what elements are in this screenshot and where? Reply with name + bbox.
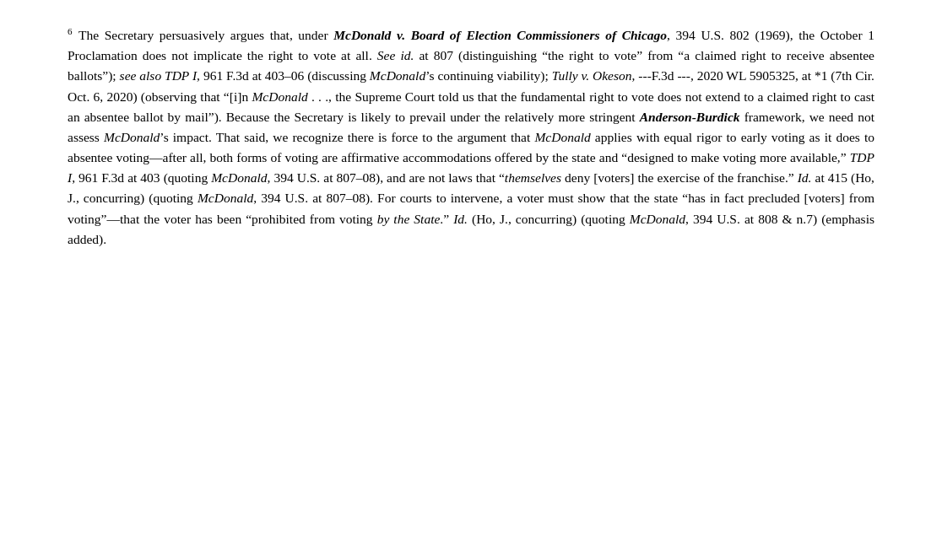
mcdonald-ref-7: McDonald (630, 212, 685, 226)
tdp-i-ref: TDP I (68, 150, 874, 185)
footnote-block: 6 The Secretary persuasively argues that… (68, 25, 874, 250)
see-also-ref: see also TDP I (120, 68, 198, 83)
by-the-state-ref: by the State (377, 212, 441, 226)
id-ref-2: Id. (453, 212, 468, 226)
id-ref-1: Id. (798, 170, 812, 185)
mcdonald-ref-2: McDonald (252, 89, 307, 104)
themselves-ref: themselves (505, 170, 561, 185)
mcdonald-ref-3: McDonald (104, 130, 160, 144)
mcdonald-ref-5: McDonald (211, 170, 267, 185)
footnote-body: The Secretary persuasively argues that, … (68, 28, 874, 246)
see-id-ref: See id. (377, 48, 414, 62)
mcdonald-ref-6: McDonald (198, 191, 253, 205)
mcdonald-ref-4: McDonald (534, 130, 590, 144)
footnote-number: 6 (68, 26, 73, 36)
page-container: 6 The Secretary persuasively argues that… (0, 0, 942, 560)
anderson-burdick-ref: Anderson-Burdick (640, 110, 740, 124)
case-name-1: McDonald v. Board of Election Commission… (333, 28, 667, 42)
tully-case: Tully v. Okeson (552, 68, 632, 83)
mcdonald-ref-1: McDonald (370, 68, 425, 83)
